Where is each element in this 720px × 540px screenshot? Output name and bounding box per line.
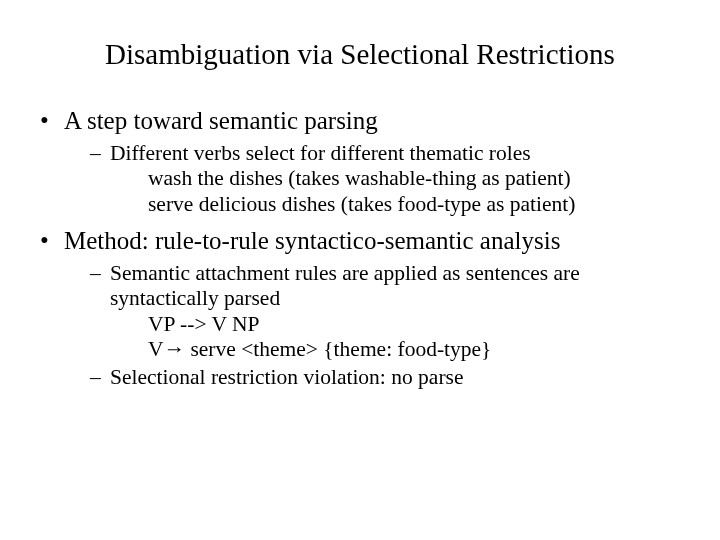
bullet-text: V→ serve <theme> {theme: food-type}: [148, 337, 491, 361]
bullet-level2: Different verbs select for different the…: [40, 141, 680, 166]
bullet-text: VP --> V NP: [148, 312, 260, 336]
bullet-level3: VP --> V NP: [40, 312, 680, 337]
slide-title: Disambiguation via Selectional Restricti…: [0, 0, 720, 97]
bullet-level2: Semantic attachment rules are applied as…: [40, 261, 680, 312]
bullet-text: Method: rule-to-rule syntactico-semantic…: [64, 227, 560, 254]
bullet-level1: A step toward semantic parsing: [40, 107, 680, 135]
bullet-level3: wash the dishes (takes washable-thing as…: [40, 166, 680, 191]
slide: Disambiguation via Selectional Restricti…: [0, 0, 720, 540]
bullet-level3: serve delicious dishes (takes food-type …: [40, 192, 680, 217]
bullet-level3: V→ serve <theme> {theme: food-type}: [40, 337, 680, 362]
bullet-level2: Selectional restriction violation: no pa…: [40, 365, 680, 390]
bullet-text: wash the dishes (takes washable-thing as…: [148, 166, 571, 190]
bullet-text: Different verbs select for different the…: [110, 141, 531, 165]
bullet-text: Semantic attachment rules are applied as…: [110, 261, 580, 310]
slide-body: A step toward semantic parsing Different…: [0, 107, 720, 390]
bullet-text: serve delicious dishes (takes food-type …: [148, 192, 575, 216]
bullet-text: Selectional restriction violation: no pa…: [110, 365, 463, 389]
bullet-level1: Method: rule-to-rule syntactico-semantic…: [40, 227, 680, 255]
bullet-text: A step toward semantic parsing: [64, 107, 378, 134]
